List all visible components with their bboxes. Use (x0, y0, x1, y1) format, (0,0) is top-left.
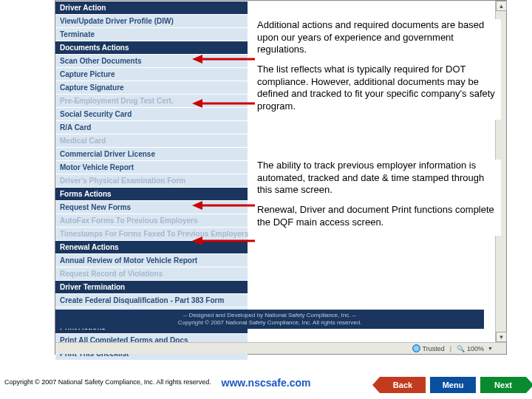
menu-item[interactable]: Capture Signature (55, 81, 248, 94)
menu-item[interactable]: Annual Review of Motor Vehicle Report (55, 253, 248, 267)
menu-item[interactable]: Request New Forms (55, 200, 248, 214)
menu-item[interactable]: Scan Other Documents (55, 54, 248, 67)
callout-p1: Additional actions and required document… (257, 19, 498, 56)
status-trusted: Trusted (423, 345, 445, 352)
menu-item[interactable]: View/Update Driver Profile (DIW) (55, 14, 248, 27)
menu-button[interactable]: Menu (430, 377, 476, 393)
menu-item[interactable]: Request Record of Violations (55, 267, 248, 280)
callout-p2: The list reflects what is typically requ… (257, 64, 498, 113)
scroll-down-icon[interactable]: ▼ (496, 332, 507, 342)
page-url: www.nscsafe.com (222, 377, 311, 389)
menu-item[interactable]: Timestamps For Forms Faxed To Previous E… (55, 227, 248, 240)
status-separator: | (450, 345, 451, 352)
callout-box-1: Additional actions and required document… (257, 19, 501, 120)
menu-header: Forms Actions (55, 187, 248, 200)
menu-header: Documents Actions (55, 41, 248, 54)
callout-box-2: The ability to track previous employer i… (257, 160, 501, 236)
menu-item[interactable]: Medical Card (55, 134, 248, 147)
app-footer-credit: -- Designed and Developed by National Sa… (55, 310, 484, 329)
menu-item[interactable]: Driver's Physical Examination Form (55, 174, 248, 187)
nav-button-group: Back Menu Next (380, 377, 526, 393)
menu-label: Menu (443, 381, 464, 389)
menu-item[interactable]: Commercial Driver License (55, 147, 248, 160)
action-menu: Driver ActionView/Update Driver Profile … (55, 1, 248, 360)
scroll-up-icon[interactable]: ▲ (496, 1, 507, 11)
status-zoom-level: 100% (467, 345, 484, 352)
back-label: Back (393, 381, 412, 389)
status-zoom-group: Trusted | 🔍 100% ▼ (412, 344, 494, 352)
page-copyright: Copyright © 2007 National Safety Complia… (4, 378, 211, 386)
footer-line-2: Copyright © 2007 National Safety Complia… (55, 319, 484, 327)
menu-item[interactable]: R/A Card (55, 120, 248, 134)
callout-p4: Renewal, Driver and document Print funct… (257, 204, 498, 228)
menu-item[interactable]: Create Federal Disqualification - Part 3… (55, 293, 248, 307)
menu-header: Renewal Actions (55, 240, 248, 253)
menu-header: Driver Action (55, 1, 248, 14)
menu-item[interactable]: Pre-Employment Drug Test Cert. (55, 94, 248, 107)
menu-item[interactable]: Motor Vehicle Report (55, 160, 248, 174)
next-label: Next (494, 381, 512, 389)
menu-item[interactable]: AutoFax Forms To Previous Employers (55, 214, 248, 227)
menu-item[interactable]: Social Security Card (55, 107, 248, 120)
callout-p3: The ability to track previous employer i… (257, 160, 498, 197)
status-bar: Trusted | 🔍 100% ▼ (55, 342, 506, 354)
chevron-down-icon[interactable]: ▼ (488, 346, 493, 351)
back-button[interactable]: Back (380, 377, 426, 393)
next-button[interactable]: Next (480, 377, 526, 393)
menu-header: Driver Termination (55, 280, 248, 293)
globe-icon (412, 344, 420, 352)
menu-item[interactable]: Terminate (55, 27, 248, 41)
menu-item[interactable]: Capture Picture (55, 67, 248, 81)
zoom-icon: 🔍 (457, 345, 465, 352)
footer-line-1: -- Designed and Developed by National Sa… (55, 312, 484, 319)
